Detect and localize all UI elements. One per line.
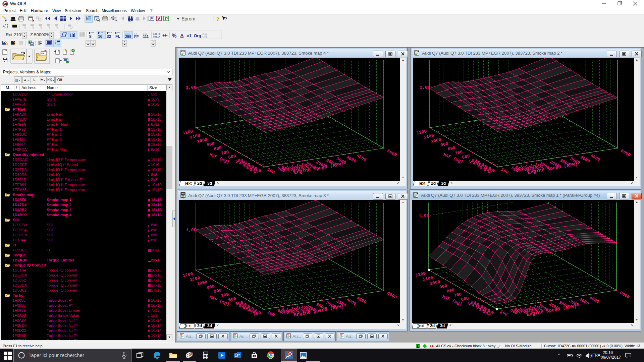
svg-text:?: ? <box>225 17 227 21</box>
svg-text:×1: ×1 <box>187 34 192 38</box>
svg-text:IOI: IOI <box>180 334 182 336</box>
svg-text:1,00: 1,00 <box>186 85 196 90</box>
svg-text:1,00: 1,00 <box>420 85 430 90</box>
svg-text:IOI: IOI <box>414 193 417 194</box>
svg-text:100: 100 <box>499 309 508 317</box>
svg-text:IOI: IOI <box>41 52 44 55</box>
svg-text:IOI..: IOI.. <box>128 20 131 22</box>
svg-text:6000: 6000 <box>619 290 631 300</box>
svg-text:?: ? <box>216 16 219 22</box>
svg-text:100: 100 <box>266 167 276 175</box>
svg-text:4500: 4500 <box>589 153 601 163</box>
svg-text:4000: 4000 <box>345 297 357 306</box>
svg-text:%: % <box>172 33 176 39</box>
svg-text:F: F <box>31 43 33 46</box>
svg-text:1,00: 1,00 <box>186 228 196 233</box>
svg-text:Fl.: Fl. <box>115 34 120 39</box>
svg-text:HILO: HILO <box>153 35 160 38</box>
svg-text:16: 16 <box>98 34 103 39</box>
svg-text:F: F <box>150 16 153 21</box>
svg-text:4500: 4500 <box>356 296 367 305</box>
svg-text:Δ: Δ <box>180 33 184 39</box>
svg-text:Eprom: Eprom <box>181 16 195 21</box>
svg-text:Org: Org <box>194 34 201 38</box>
svg-text:100: 100 <box>500 167 509 175</box>
svg-text:IOI: IOI <box>181 51 184 52</box>
svg-text:IOI: IOI <box>181 193 184 195</box>
svg-text:+/-: +/- <box>162 33 168 38</box>
svg-text:8: 8 <box>89 34 92 39</box>
svg-text:IOI: IOI <box>234 334 236 336</box>
svg-text:6000: 6000 <box>386 148 398 158</box>
svg-text:FF: FF <box>134 35 139 39</box>
svg-text:32: 32 <box>107 34 111 39</box>
svg-text:IOI: IOI <box>415 51 418 52</box>
svg-text:IOI: IOI <box>287 334 289 336</box>
svg-text:Z:50000%: Z:50000% <box>30 32 50 37</box>
svg-text:4500: 4500 <box>588 295 600 305</box>
svg-text:Σ: Σ <box>417 344 419 349</box>
svg-text:4000: 4000 <box>579 155 591 164</box>
svg-text:4000: 4000 <box>578 297 590 306</box>
svg-text:4500: 4500 <box>356 153 367 163</box>
svg-text:6000: 6000 <box>620 148 632 158</box>
svg-text:4000: 4000 <box>345 155 357 164</box>
svg-text:111: 111 <box>143 35 149 39</box>
svg-text:1,90: 1,90 <box>419 214 429 219</box>
svg-text:IOI: IOI <box>340 334 342 336</box>
svg-text:V: V <box>158 16 160 21</box>
svg-text:Rot:210°: Rot:210° <box>6 32 23 37</box>
svg-text:255: 255 <box>125 35 131 39</box>
svg-text:Org: Org <box>202 35 207 38</box>
svg-text:100: 100 <box>266 309 276 317</box>
svg-text:P: P <box>165 16 168 21</box>
svg-text:6000: 6000 <box>386 291 398 300</box>
